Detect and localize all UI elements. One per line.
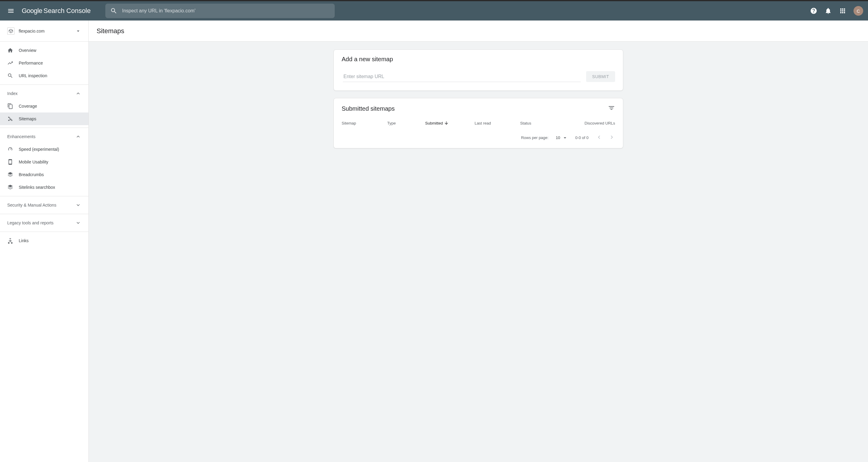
product-logo: Google Search Console	[22, 7, 91, 15]
sidebar-item-performance[interactable]: Performance	[0, 57, 88, 69]
submit-button[interactable]: SUBMIT	[586, 71, 615, 82]
dropdown-caret-icon	[75, 28, 81, 34]
links-icon	[7, 238, 13, 244]
help-button[interactable]	[808, 5, 820, 17]
bell-icon	[825, 7, 832, 14]
apps-button[interactable]	[837, 5, 849, 17]
url-search-box[interactable]	[105, 4, 335, 18]
section-header-label: Security & Manual Actions	[7, 203, 56, 207]
section-header-security[interactable]: Security & Manual Actions	[0, 199, 88, 211]
sidebar-item-url-inspection[interactable]: URL inspection	[0, 69, 88, 82]
help-icon	[810, 7, 817, 14]
search-icon	[110, 7, 117, 14]
rows-value: 10	[556, 135, 560, 140]
property-name: flexpacio.com	[19, 29, 71, 33]
layers-icon	[7, 184, 13, 190]
submitted-card-title: Submitted sitemaps	[342, 105, 395, 112]
main-content: Sitemaps Add a new sitemap SUBMIT Submit…	[89, 21, 868, 462]
sidebar-item-overview[interactable]: Overview	[0, 44, 88, 57]
chevron-left-icon	[596, 134, 602, 140]
mobile-icon	[7, 159, 13, 165]
sidebar-item-sitemaps[interactable]: Sitemaps	[0, 112, 88, 125]
table-header-row: Sitemap Type Submitted Last read Status …	[334, 117, 623, 130]
apps-grid-icon	[839, 7, 846, 14]
layers-icon	[7, 172, 13, 177]
chevron-up-icon	[75, 91, 81, 97]
section-header-label: Enhancements	[7, 134, 35, 139]
magnifier-icon	[7, 73, 13, 79]
th-submitted[interactable]: Submitted	[425, 121, 475, 126]
sidebar-item-breadcrumbs[interactable]: Breadcrumbs	[0, 168, 88, 181]
property-selector[interactable]: flexpacio.com	[0, 21, 88, 42]
gauge-icon	[7, 146, 13, 152]
account-avatar[interactable]: C	[854, 6, 863, 16]
dropdown-caret-icon	[562, 135, 568, 141]
sitemap-icon	[7, 116, 13, 122]
avatar-letter: C	[857, 8, 860, 13]
pages-icon	[7, 103, 13, 109]
home-icon	[7, 47, 13, 54]
sidebar: flexpacio.com Overview Performance URL i…	[0, 21, 89, 462]
th-status[interactable]: Status	[520, 121, 577, 126]
th-last-read[interactable]: Last read	[474, 121, 520, 126]
sidebar-item-coverage[interactable]: Coverage	[0, 100, 88, 112]
notifications-button[interactable]	[822, 5, 834, 17]
sitemap-url-input[interactable]	[343, 71, 581, 82]
chevron-right-icon	[609, 134, 615, 140]
table-footer: Rows per page: 10 0-0 of 0	[334, 130, 623, 148]
sidebar-item-label: Performance	[19, 61, 43, 65]
chevron-up-icon	[75, 134, 81, 140]
arrow-down-icon	[444, 121, 449, 126]
section-header-legacy[interactable]: Legacy tools and reports	[0, 217, 88, 229]
chevron-down-icon	[75, 220, 81, 226]
chevron-down-icon	[75, 202, 81, 208]
logo-google-text: Google	[22, 7, 42, 15]
prev-page-button[interactable]	[596, 134, 602, 141]
sidebar-item-label: URL inspection	[19, 73, 47, 78]
sidebar-item-speed[interactable]: Speed (experimental)	[0, 143, 88, 156]
add-sitemap-card: Add a new sitemap SUBMIT	[334, 50, 623, 91]
filter-button[interactable]	[608, 104, 615, 113]
header-actions: C	[808, 5, 864, 17]
section-header-label: Index	[7, 91, 18, 96]
th-discovered[interactable]: Discovered URLs	[577, 121, 615, 126]
app-header: Google Search Console C	[0, 1, 868, 21]
sidebar-item-label: Overview	[19, 48, 36, 53]
section-header-index[interactable]: Index	[0, 87, 88, 100]
sidebar-item-label: Coverage	[19, 104, 37, 108]
page-title: Sitemaps	[97, 27, 124, 35]
sidebar-item-label: Sitemaps	[19, 117, 36, 121]
main-menu-button[interactable]	[4, 4, 18, 18]
rows-per-page-select[interactable]: 10	[556, 135, 568, 141]
th-sitemap[interactable]: Sitemap	[342, 121, 387, 126]
rows-per-page-label: Rows per page:	[521, 135, 548, 140]
section-header-label: Legacy tools and reports	[7, 221, 54, 225]
sidebar-item-label: Sitelinks searchbox	[19, 185, 55, 190]
sidebar-item-label: Mobile Usability	[19, 160, 48, 164]
sidebar-item-label: Links	[19, 238, 29, 243]
submitted-sitemaps-card: Submitted sitemaps Sitemap Type Submitte…	[334, 98, 623, 148]
search-input[interactable]	[122, 8, 330, 13]
sidebar-item-label: Speed (experimental)	[19, 147, 59, 152]
logo-product-text: Search Console	[43, 7, 91, 15]
trend-icon	[7, 60, 13, 66]
page-header: Sitemaps	[89, 21, 868, 42]
pagination-range: 0-0 of 0	[575, 135, 589, 140]
sidebar-item-mobile[interactable]: Mobile Usability	[0, 156, 88, 168]
filter-icon	[608, 104, 615, 111]
sidebar-item-sitelinks[interactable]: Sitelinks searchbox	[0, 181, 88, 194]
section-header-enhancements[interactable]: Enhancements	[0, 130, 88, 143]
hamburger-icon	[7, 7, 14, 14]
property-icon	[7, 27, 14, 35]
next-page-button[interactable]	[609, 134, 615, 141]
cube-icon	[8, 29, 13, 33]
th-type[interactable]: Type	[387, 121, 425, 126]
sidebar-item-links[interactable]: Links	[0, 234, 88, 247]
add-card-title: Add a new sitemap	[342, 56, 615, 63]
sidebar-item-label: Breadcrumbs	[19, 172, 44, 177]
